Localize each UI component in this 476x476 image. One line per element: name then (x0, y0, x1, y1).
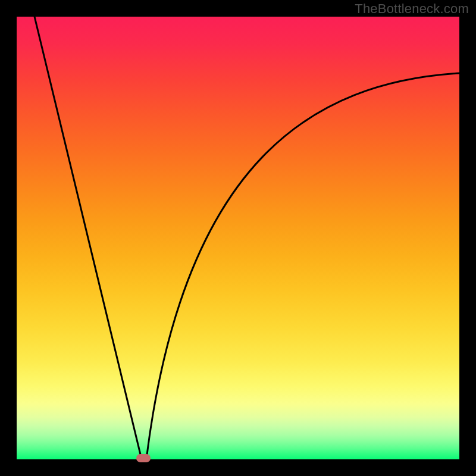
plot-area (17, 17, 459, 459)
optimum-marker (136, 454, 151, 462)
bottleneck-curve (17, 17, 459, 459)
chart-frame: TheBottleneck.com (0, 0, 476, 476)
watermark-text: TheBottleneck.com (355, 1, 469, 17)
